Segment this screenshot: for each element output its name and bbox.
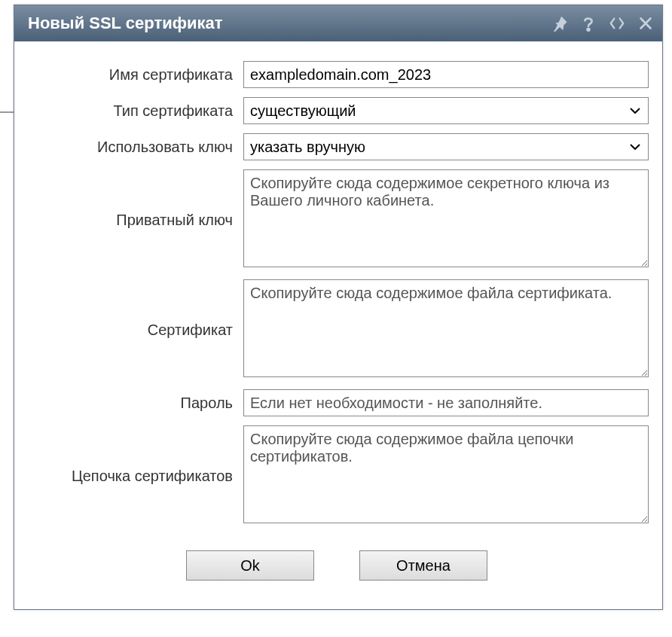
row-password: Пароль bbox=[25, 389, 649, 416]
row-cert-type: Тип сертификата существующий bbox=[25, 97, 649, 124]
chain-textarea[interactable] bbox=[243, 425, 649, 523]
expand-icon[interactable] bbox=[608, 14, 626, 32]
label-use-key: Использовать ключ bbox=[25, 139, 243, 156]
form-body: Имя сертификата Тип сертификата существу… bbox=[14, 41, 662, 609]
row-use-key: Использовать ключ указать вручную bbox=[25, 133, 649, 160]
password-input[interactable] bbox=[243, 389, 649, 416]
label-certificate: Сертификат bbox=[25, 322, 243, 339]
page-divider bbox=[0, 111, 14, 113]
close-icon[interactable] bbox=[637, 14, 655, 32]
label-password: Пароль bbox=[25, 395, 243, 412]
cert-name-input[interactable] bbox=[243, 61, 649, 88]
pin-icon[interactable] bbox=[551, 14, 569, 32]
svg-point-0 bbox=[588, 29, 590, 31]
dialog-title: Новый SSL сертификат bbox=[28, 14, 551, 33]
row-private-key: Приватный ключ bbox=[25, 169, 649, 270]
ssl-certificate-dialog: Новый SSL сертификат bbox=[14, 5, 663, 610]
private-key-textarea[interactable] bbox=[243, 169, 649, 267]
ok-button[interactable]: Ok bbox=[186, 550, 314, 581]
label-chain: Цепочка сертификатов bbox=[25, 468, 243, 485]
row-cert-name: Имя сертификата bbox=[25, 61, 649, 88]
label-private-key: Приватный ключ bbox=[25, 212, 243, 229]
help-icon[interactable] bbox=[579, 14, 597, 32]
cancel-button[interactable]: Отмена bbox=[359, 550, 487, 581]
row-chain: Цепочка сертификатов bbox=[25, 425, 649, 526]
label-cert-name: Имя сертификата bbox=[25, 66, 243, 84]
use-key-select[interactable]: указать вручную bbox=[243, 133, 649, 160]
row-certificate: Сертификат bbox=[25, 279, 649, 380]
certificate-textarea[interactable] bbox=[243, 279, 649, 377]
label-cert-type: Тип сертификата bbox=[25, 102, 243, 120]
button-row: Ok Отмена bbox=[25, 535, 649, 594]
cert-type-select[interactable]: существующий bbox=[243, 97, 649, 124]
titlebar-icons bbox=[551, 14, 655, 32]
titlebar: Новый SSL сертификат bbox=[14, 5, 662, 41]
